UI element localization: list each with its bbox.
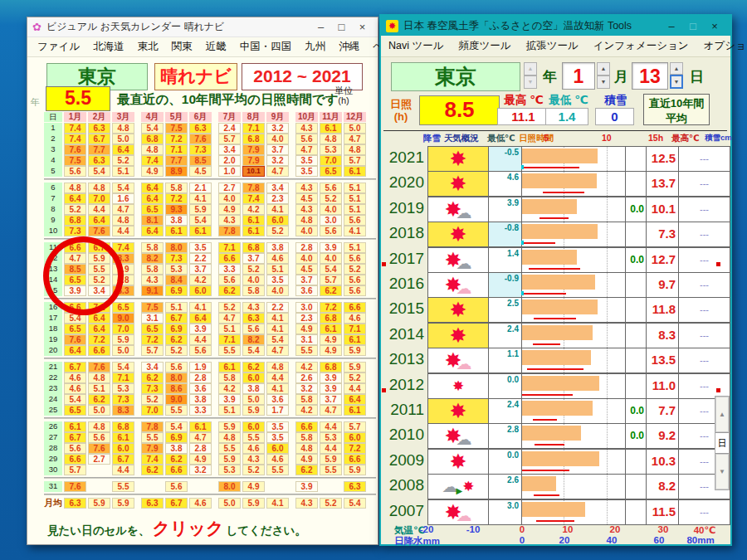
calendar-cell[interactable]: 5.9 [344, 465, 366, 475]
calendar-cell[interactable]: 5.6 [242, 324, 265, 334]
calendar-cell[interactable]: 5.4 [141, 123, 164, 134]
calendar-cell[interactable]: 4.5 [295, 264, 318, 275]
calendar-cell[interactable]: 3.4 [266, 183, 289, 193]
calendar-cell[interactable]: 6.8 [320, 362, 342, 373]
calendar-cell[interactable]: 4.0 [218, 193, 241, 204]
menu-item[interactable]: 関東 [165, 40, 199, 54]
calendar-cell[interactable]: 5.7 [218, 134, 241, 144]
calendar-cell[interactable]: 6.1 [242, 226, 265, 236]
calendar-cell[interactable]: 6.6 [218, 253, 241, 264]
calendar-cell[interactable]: 4.0 [242, 275, 265, 285]
menu-item[interactable]: ファイル [31, 40, 86, 54]
calendar-cell[interactable]: 5.6 [344, 215, 366, 226]
calendar-cell[interactable]: 5.0 [88, 405, 110, 416]
calendar-cell[interactable]: 4.2 [218, 383, 241, 394]
calendar-cell[interactable]: 8.2 [141, 253, 164, 264]
calendar-cell[interactable]: 8.9 [165, 166, 188, 177]
calendar-cell[interactable]: 5.7 [344, 155, 366, 166]
calendar-cell[interactable]: 3.9 [320, 242, 342, 253]
calendar-cell[interactable]: 6.2 [295, 465, 318, 475]
calendar-cell[interactable]: 5.2 [320, 193, 342, 204]
calendar-cell[interactable]: 3.4 [218, 144, 241, 155]
calendar-cell[interactable]: 3.9 [295, 481, 318, 492]
calendar-cell[interactable]: 4.6 [266, 253, 289, 264]
calendar-cell[interactable]: 7.1 [218, 334, 241, 345]
calendar-cell[interactable]: 6.3 [242, 313, 265, 324]
calendar-cell[interactable]: 5.1 [266, 264, 289, 275]
calendar-cell[interactable]: 6.2 [242, 362, 265, 373]
calendar-cell[interactable]: 7.4 [242, 193, 265, 204]
menu-item[interactable]: 九州 [298, 40, 332, 54]
calendar-cell[interactable]: 5.2 [242, 465, 265, 475]
calendar-cell[interactable]: 5.3 [320, 432, 342, 443]
close-button[interactable]: × [352, 21, 373, 33]
calendar-cell[interactable]: 5.0 [344, 123, 366, 134]
calendar-cell[interactable]: 2.3 [295, 313, 318, 324]
calendar-cell[interactable]: 4.0 [295, 226, 318, 236]
calendar-cell[interactable]: 4.8 [320, 134, 342, 144]
calendar-cell[interactable]: 5.6 [320, 226, 342, 236]
calendar-cell[interactable]: 7.6 [88, 443, 110, 454]
calendar-cell[interactable]: 6.4 [189, 313, 212, 324]
calendar-cell[interactable]: 4.4 [112, 465, 134, 475]
calendar-cell[interactable]: 3.5 [266, 275, 289, 285]
calendar-cell[interactable]: 5.1 [344, 183, 366, 193]
calendar-cell[interactable]: 4.5 [295, 193, 318, 204]
calendar-cell[interactable]: 2.8 [189, 373, 212, 383]
calendar-cell[interactable]: 5.0 [112, 134, 134, 144]
calendar-cell[interactable]: 3.3 [218, 264, 241, 275]
calendar-cell[interactable]: 8.3 [112, 405, 134, 416]
calendar-cell[interactable]: 6.0 [266, 443, 289, 454]
calendar-cell[interactable]: 4.6 [266, 454, 289, 465]
calendar-cell[interactable]: 2.1 [189, 183, 212, 193]
calendar-cell[interactable]: 4.8 [141, 144, 164, 155]
calendar-cell[interactable]: 5.2 [344, 373, 366, 383]
calendar-cell[interactable]: 1.7 [266, 405, 289, 416]
calendar-cell[interactable]: 6.7 [64, 362, 86, 373]
calendar-cell[interactable]: 6.6 [64, 454, 86, 465]
calendar-cell[interactable]: 5.1 [218, 405, 241, 416]
menu-item[interactable]: インフォメーション [586, 39, 696, 53]
minimize-button[interactable]: – [310, 21, 331, 33]
calendar-cell[interactable]: 5.9 [320, 454, 342, 465]
calendar-cell[interactable]: 5.7 [141, 345, 164, 356]
calendar-cell[interactable]: 3.5 [266, 421, 289, 432]
calendar-cell[interactable]: 4.0 [295, 253, 318, 264]
calendar-cell[interactable]: 2.4 [218, 123, 241, 134]
calendar-cell[interactable]: 3.5 [295, 166, 318, 177]
calendar-cell[interactable]: 3.7 [320, 394, 342, 405]
calendar-cell[interactable]: 6.8 [242, 242, 265, 253]
calendar-cell[interactable]: 5.4 [112, 183, 134, 193]
calendar-cell[interactable]: 7.6 [88, 226, 110, 236]
calendar-cell[interactable]: 3.9 [320, 373, 342, 383]
calendar-cell[interactable]: 8.0 [165, 373, 188, 383]
calendar-cell[interactable]: 5.2 [242, 264, 265, 275]
calendar-cell[interactable]: 4.3 [295, 204, 318, 215]
calendar-cell[interactable]: 7.1 [344, 324, 366, 334]
calendar-cell[interactable] [141, 481, 164, 492]
calendar-cell[interactable] [266, 481, 289, 492]
calendar-cell[interactable]: 4.8 [295, 443, 318, 454]
maximize-button[interactable]: □ [682, 20, 704, 32]
calendar-cell[interactable]: 2.2 [266, 302, 289, 313]
calendar-cell[interactable]: 10.1 [242, 166, 265, 177]
calendar-cell[interactable]: 4.7 [112, 204, 134, 215]
calendar-cell[interactable]: 7.9 [141, 443, 164, 454]
calendar-cell[interactable]: 3.3 [189, 405, 212, 416]
calendar-cell[interactable]: 7.2 [141, 334, 164, 345]
calendar-cell[interactable]: 3.7 [295, 275, 318, 285]
calendar-cell[interactable]: 7.2 [320, 302, 342, 313]
calendar-cell[interactable]: 6.4 [141, 183, 164, 193]
calendar-cell[interactable]: 7.3 [165, 253, 188, 264]
calendar-cell[interactable]: 3.6 [189, 383, 212, 394]
calendar-cell[interactable]: 3.1 [295, 334, 318, 345]
calendar-cell[interactable] [320, 481, 342, 492]
calendar-cell[interactable]: 5.1 [344, 193, 366, 204]
calendar-cell[interactable]: 4.1 [189, 302, 212, 313]
menu-item[interactable]: 頻度ツール [452, 39, 519, 53]
calendar-cell[interactable]: 5.5 [242, 432, 265, 443]
calendar-cell[interactable]: 5.6 [320, 183, 342, 193]
calendar-cell[interactable]: 4.9 [320, 345, 342, 356]
calendar-cell[interactable]: 2.6 [295, 373, 318, 383]
calendar-cell[interactable]: 5.4 [112, 362, 134, 373]
